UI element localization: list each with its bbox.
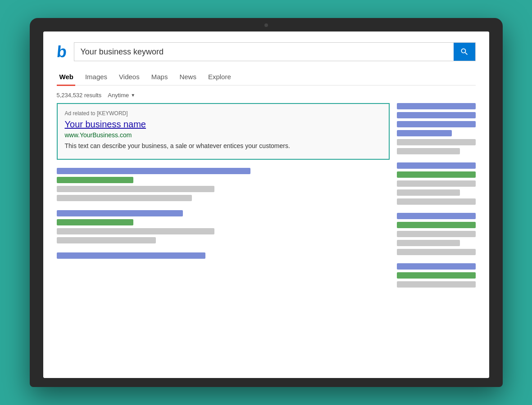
search-button[interactable] (454, 43, 475, 61)
ad-label: Ad related to [KEYWORD] (65, 110, 382, 117)
result-title-bar-2 (57, 210, 183, 216)
ad-url: www.YourBusiness.com (65, 131, 382, 139)
sb-bar (397, 198, 476, 205)
tab-images[interactable]: Images (82, 69, 116, 85)
anytime-filter[interactable]: Anytime ▼ (108, 92, 135, 99)
browser-content: b Web Images (43, 32, 489, 378)
organic-result-2 (57, 210, 390, 243)
sb-bar (397, 171, 476, 178)
sb-bar (397, 121, 476, 127)
result-desc-bar-2 (57, 195, 192, 201)
laptop-camera (264, 23, 268, 27)
ad-description: This text can describe your business, a … (65, 141, 382, 151)
sb-bar (397, 112, 476, 118)
search-input[interactable] (74, 43, 454, 61)
bing-logo: b (57, 44, 67, 60)
tab-maps[interactable]: Maps (149, 69, 177, 85)
organic-result-1 (57, 168, 390, 201)
sb-bar (397, 272, 476, 279)
sb-bar (397, 222, 476, 228)
results-count: 5,234,532 results (57, 92, 102, 99)
search-bar-row: b (57, 42, 476, 61)
result-desc-bar-4 (57, 237, 156, 243)
result-title-bar-3 (57, 252, 205, 259)
results-main: Ad related to [KEYWORD] Your business na… (57, 103, 390, 296)
tab-web[interactable]: Web (57, 69, 82, 85)
tab-videos[interactable]: Videos (116, 69, 149, 85)
sb-bar (397, 130, 452, 136)
sb-bar (397, 139, 476, 145)
result-desc-bar-1 (57, 186, 214, 192)
sb-bar (397, 240, 460, 246)
sb-bar (397, 213, 476, 219)
laptop-frame: b Web Images (30, 18, 503, 387)
sb-bar (397, 162, 476, 169)
sb-bar (397, 148, 460, 154)
ad-box: Ad related to [KEYWORD] Your business na… (57, 103, 390, 160)
sb-bar (397, 249, 476, 255)
sidebar-group-2 (397, 162, 476, 205)
sidebar-group-3 (397, 213, 476, 255)
nav-tabs: Web Images Videos Maps News Explore (57, 69, 476, 86)
results-meta: 5,234,532 results Anytime ▼ (57, 92, 476, 99)
sb-bar (397, 189, 460, 196)
chevron-down-icon: ▼ (131, 93, 135, 98)
laptop-screen: b Web Images (43, 32, 489, 378)
search-input-wrap (74, 42, 476, 61)
result-desc-bar-3 (57, 228, 214, 234)
sb-bar (397, 263, 476, 270)
sidebar-group-1 (397, 103, 476, 154)
results-layout: Ad related to [KEYWORD] Your business na… (57, 103, 476, 296)
tab-explore[interactable]: Explore (205, 69, 240, 85)
search-icon (460, 47, 469, 56)
organic-result-3 (57, 252, 390, 259)
result-title-bar (57, 168, 250, 174)
sb-bar (397, 180, 476, 187)
sidebar-group-4 (397, 263, 476, 288)
sb-bar (397, 103, 476, 109)
tab-news[interactable]: News (177, 69, 205, 85)
result-url-bar-2 (57, 219, 133, 225)
sb-bar (397, 231, 476, 237)
sb-bar (397, 281, 476, 288)
ad-title[interactable]: Your business name (65, 119, 382, 130)
results-sidebar (397, 103, 476, 296)
result-url-bar (57, 177, 133, 183)
